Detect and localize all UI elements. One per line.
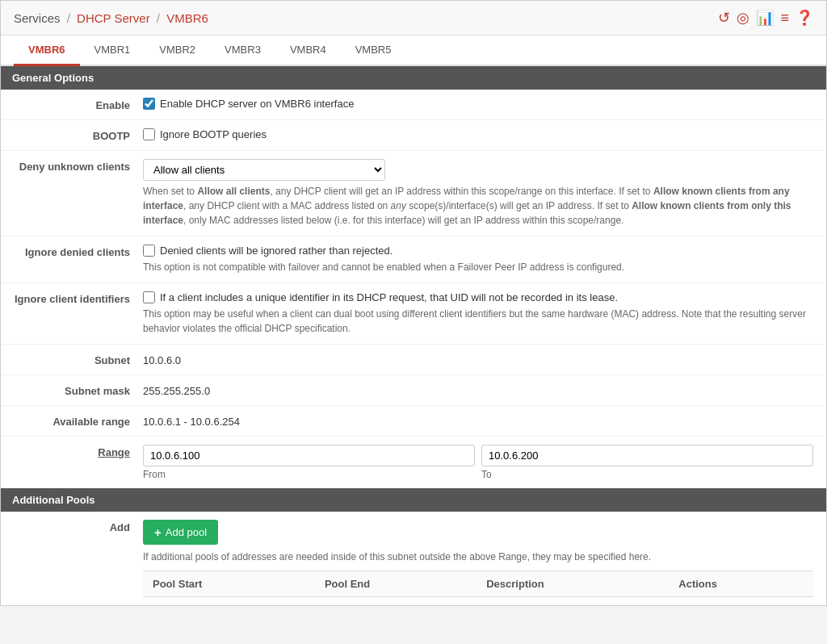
deny-unknown-row: Deny unknown clients Allow all clients A… [1,151,826,236]
ignore-identifiers-label: Ignore client identifiers [14,291,143,305]
breadcrumb-part3[interactable]: VMBR6 [166,11,208,25]
bootp-label: BOOTP [14,128,143,142]
list-icon[interactable]: ≡ [780,10,789,27]
pool-actions-header: Actions [669,571,813,597]
subnet-mask-label: Subnet mask [14,383,143,397]
ignore-denied-row: Ignore denied clients Denied clients wil… [1,236,826,283]
breadcrumb-part2[interactable]: DHCP Server [77,11,150,25]
ignore-denied-checkbox-text: Denied clients will be ignored rather th… [160,245,393,257]
subnet-mask-content: 255.255.255.0 [143,383,813,397]
pool-end-header: Pool End [315,571,476,597]
range-row: Range From To [1,437,826,488]
add-pool-content: + Add pool If additional pools of addres… [143,520,813,597]
enable-checkbox[interactable] [143,98,155,110]
additional-pools-header: Additional Pools [1,488,826,512]
ignore-denied-help: This option is not compatible with failo… [143,260,813,274]
available-range-content: 10.0.6.1 - 10.0.6.254 [143,414,813,428]
add-pool-help: If additional pools of addresses are nee… [143,550,813,564]
breadcrumb-sep1: / [67,11,73,25]
enable-checkbox-text: Enable DHCP server on VMBR6 interface [160,98,354,110]
general-options-section: Enable Enable DHCP server on VMBR6 inter… [1,90,826,488]
ignore-identifiers-content: If a client includes a unique identifier… [143,291,813,336]
help-icon[interactable]: ❓ [796,9,813,27]
range-from-input[interactable] [143,445,475,466]
header-icons: ↺ ◎ 📊 ≡ ❓ [718,9,813,27]
header: Services / DHCP Server / VMBR6 ↺ ◎ 📊 ≡ ❓ [1,1,826,36]
deny-unknown-help: When set to Allow all clients, any DHCP … [143,184,813,228]
ignore-identifiers-checkbox-text: If a client includes a unique identifier… [160,291,618,303]
ignore-identifiers-checkbox-wrapper: If a client includes a unique identifier… [143,291,813,303]
add-pool-button[interactable]: + Add pool [143,520,218,545]
breadcrumb-sep2: / [157,11,163,25]
enable-row: Enable Enable DHCP server on VMBR6 inter… [1,90,826,120]
subnet-label: Subnet [14,353,143,366]
tab-vmbr1[interactable]: VMBR1 [80,36,145,66]
chart-icon[interactable]: 📊 [756,9,774,27]
ignore-identifiers-checkbox[interactable] [143,291,155,303]
range-to-group: To [481,445,813,480]
bootp-checkbox-text: Ignore BOOTP queries [160,128,267,140]
bootp-checkbox[interactable] [143,128,155,140]
deny-unknown-label: Deny unknown clients [14,159,143,173]
enable-checkbox-wrapper: Enable DHCP server on VMBR6 interface [143,98,813,110]
available-range-label: Available range [14,414,143,428]
stop-icon[interactable]: ◎ [737,9,749,27]
breadcrumb-part1: Services [14,11,61,25]
ignore-identifiers-help: This option may be useful when a client … [143,307,813,336]
pool-description-header: Description [476,571,669,597]
range-to-input[interactable] [481,445,813,466]
pool-table-header-row: Pool Start Pool End Description Actions [143,571,813,597]
ignore-identifiers-row: Ignore client identifiers If a client in… [1,283,826,345]
range-label: Range [14,445,143,458]
range-content: From To [143,445,813,480]
general-options-header: General Options [1,66,826,90]
subnet-mask-value: 255.255.255.0 [143,383,813,397]
range-from-group: From [143,445,475,480]
ignore-denied-label: Ignore denied clients [14,245,143,258]
range-to-label: To [481,469,813,480]
breadcrumb: Services / DHCP Server / VMBR6 [14,11,208,25]
deny-unknown-content: Allow all clients Allow known clients fr… [143,159,813,228]
tab-vmbr3[interactable]: VMBR3 [210,36,275,66]
bootp-checkbox-wrapper: Ignore BOOTP queries [143,128,813,140]
subnet-content: 10.0.6.0 [143,353,813,366]
range-from-label: From [143,469,475,480]
ignore-denied-checkbox-wrapper: Denied clients will be ignored rather th… [143,245,813,257]
tab-vmbr4[interactable]: VMBR4 [275,36,341,66]
subnet-value: 10.0.6.0 [143,353,813,366]
tab-vmbr2[interactable]: VMBR2 [145,36,210,66]
enable-label: Enable [14,98,143,111]
range-inputs: From To [143,445,813,480]
bootp-row: BOOTP Ignore BOOTP queries [1,120,826,151]
ignore-denied-content: Denied clients will be ignored rather th… [143,245,813,274]
add-pool-label: Add [14,520,143,533]
available-range-row: Available range 10.0.6.1 - 10.0.6.254 [1,406,826,437]
additional-pools-section: Add + Add pool If additional pools of ad… [1,512,826,605]
tab-bar: VMBR6 VMBR1 VMBR2 VMBR3 VMBR4 VMBR5 [1,36,826,66]
tab-vmbr6[interactable]: VMBR6 [14,36,80,66]
add-pool-button-label: Add pool [166,526,207,538]
deny-unknown-select[interactable]: Allow all clients Allow known clients fr… [143,159,385,181]
add-pool-row: Add + Add pool If additional pools of ad… [1,512,826,605]
ignore-denied-checkbox[interactable] [143,245,155,257]
enable-content: Enable DHCP server on VMBR6 interface [143,98,813,110]
bootp-content: Ignore BOOTP queries [143,128,813,140]
tab-vmbr5[interactable]: VMBR5 [341,36,406,66]
reload-icon[interactable]: ↺ [718,9,730,27]
available-range-value: 10.0.6.1 - 10.0.6.254 [143,414,813,428]
pool-start-header: Pool Start [143,571,315,597]
pool-table: Pool Start Pool End Description Actions [143,571,813,597]
subnet-row: Subnet 10.0.6.0 [1,345,826,375]
plus-icon: + [154,525,162,539]
subnet-mask-row: Subnet mask 255.255.255.0 [1,375,826,406]
